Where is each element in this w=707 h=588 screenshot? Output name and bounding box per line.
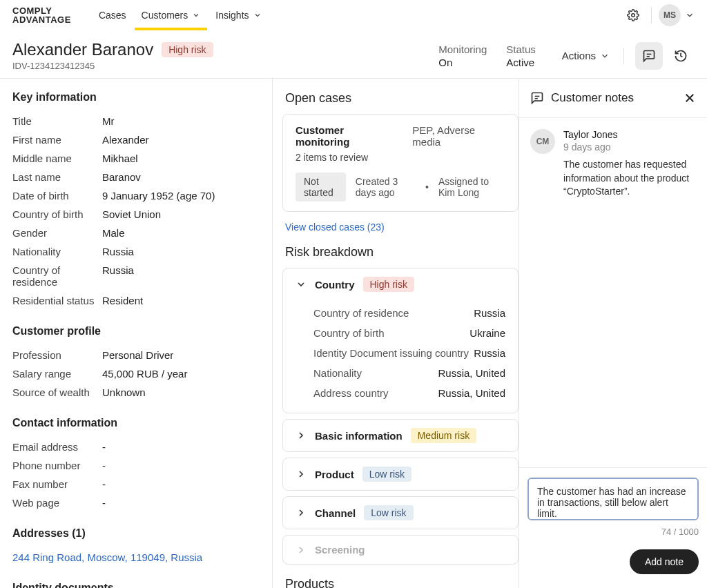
risk-section-basic: Basic information Medium risk [282, 419, 519, 452]
comment-icon [530, 91, 544, 105]
risk-screening-toggle[interactable]: Screening [283, 536, 518, 564]
brand-logo: COMPLY ADVANTAGE [12, 6, 71, 24]
acc-value: Russia [474, 347, 505, 359]
kv-value: 9 January 1952 (age 70) [102, 190, 215, 202]
risk-badge-low: Low risk [364, 505, 413, 520]
contact-title: Contact information [12, 417, 260, 429]
notes-panel: Customer notes CM Taylor Jones 9 days ag… [519, 79, 707, 588]
customer-id: IDV-1234123412345 [12, 61, 213, 71]
kv-value: Resident [102, 295, 143, 306]
add-note-button[interactable]: Add note [630, 549, 699, 574]
profile-title: Customer profile [12, 325, 260, 337]
acc-value: Russia, United [438, 387, 505, 399]
kv-label: Fax number [12, 478, 102, 490]
left-column: Key information TitleMr First nameAlexan… [0, 79, 273, 588]
kv-label: Title [12, 115, 102, 127]
risk-country-toggle[interactable]: Country High risk [283, 268, 518, 300]
risk-breakdown-title: Risk breakdown [282, 245, 519, 259]
case-assigned: Assigned to Kim Long [438, 176, 505, 198]
acc-value: Russia, United [438, 367, 505, 379]
kv-value: Alexander [102, 134, 149, 146]
addresses-title: Addresses (1) [12, 527, 260, 540]
comment-icon [642, 49, 656, 63]
acc-value: Ukraine [469, 327, 505, 339]
kv-label: Middle name [12, 153, 102, 164]
chevron-down-icon [296, 279, 307, 290]
chevron-down-icon [253, 11, 262, 19]
settings-button[interactable] [622, 4, 644, 26]
history-toggle[interactable] [667, 42, 695, 70]
gear-icon [627, 9, 639, 21]
acc-value: Russia [474, 307, 505, 319]
kv-label: Source of wealth [12, 386, 102, 398]
nav-cases[interactable]: Cases [99, 3, 126, 28]
kv-label: Residential status [12, 295, 102, 306]
svg-point-0 [632, 13, 635, 17]
kv-value: Baranov [102, 171, 141, 183]
middle-column: Open cases Customer monitoring PEP, Adve… [273, 79, 519, 588]
kv-value: - [102, 460, 106, 471]
kv-value: Male [102, 227, 125, 239]
customer-name: Alexander Baranov [12, 40, 153, 59]
kv-value: Mikhael [102, 153, 138, 164]
risk-section-screening: Screening [282, 535, 519, 565]
compose-counter: 74 / 1000 [527, 527, 699, 537]
monitoring-label: Monitoring [438, 43, 487, 55]
closed-cases-link[interactable]: View closed cases (23) [282, 222, 519, 245]
risk-section-channel: Channel Low risk [282, 496, 519, 529]
kv-label: Phone number [12, 460, 102, 471]
note-compose-input[interactable] [527, 478, 699, 520]
kv-label: Country of residence [12, 264, 102, 288]
risk-section-country: Country High risk Country of residenceRu… [282, 268, 519, 413]
idocs-title: Identity documents [12, 582, 260, 588]
case-title: Customer monitoring [296, 124, 400, 148]
chevron-right-icon [296, 545, 307, 556]
notes-panel-title: Customer notes [551, 91, 677, 105]
actions-menu[interactable]: Actions [555, 46, 617, 66]
address-link[interactable]: 244 Ring Road, Moscow, 119049, Russia [12, 551, 202, 563]
kv-label: Profession [12, 349, 102, 361]
kv-value: Soviet Union [102, 208, 161, 220]
kv-value: - [102, 497, 106, 509]
kv-value: - [102, 478, 106, 490]
note-time: 9 days ago [563, 141, 696, 153]
risk-badge-medium: Medium risk [411, 428, 476, 443]
note-item: CM Taylor Jones 9 days ago The customer … [519, 118, 707, 210]
risk-basic-toggle[interactable]: Basic information Medium risk [283, 420, 518, 451]
status-label: Status [506, 43, 536, 55]
acc-label: Country of birth [313, 327, 385, 339]
key-info-title: Key information [12, 91, 260, 104]
nav-customers[interactable]: Customers [142, 3, 201, 28]
kv-value: Mr [102, 115, 115, 127]
chevron-down-icon[interactable] [685, 10, 695, 20]
note-author: Taylor Jones [563, 129, 696, 140]
case-status-chip: Not started [296, 173, 346, 202]
kv-label: Web page [12, 497, 102, 509]
open-case-card[interactable]: Customer monitoring PEP, Adverse media 2… [282, 114, 519, 212]
risk-product-toggle[interactable]: Product Low risk [283, 458, 518, 490]
acc-label: Nationality [313, 367, 362, 379]
close-notes-button[interactable] [684, 92, 696, 104]
risk-channel-toggle[interactable]: Channel Low risk [283, 497, 518, 529]
nav-insights[interactable]: Insights [215, 3, 261, 28]
acc-label: Country of residence [313, 307, 409, 319]
kv-value: Russia [102, 246, 134, 257]
kv-label: First name [12, 134, 102, 146]
kv-value: Personal Driver [102, 349, 173, 361]
user-avatar[interactable]: MS [659, 4, 681, 26]
kv-label: Last name [12, 171, 102, 183]
kv-label: Country of birth [12, 208, 102, 220]
kv-value: 45,000 RUB / year [102, 368, 187, 380]
chevron-right-icon [296, 430, 307, 441]
risk-section-product: Product Low risk [282, 458, 519, 491]
chevron-right-icon [296, 507, 307, 518]
kv-label: Nationality [12, 246, 102, 257]
close-icon [684, 92, 696, 104]
chevron-down-icon [600, 51, 610, 61]
notes-toggle[interactable] [635, 42, 663, 70]
open-cases-title: Open cases [282, 91, 519, 106]
kv-label: Date of birth [12, 190, 102, 202]
chevron-right-icon [296, 469, 307, 480]
kv-value: Unknown [102, 386, 146, 398]
note-text: The customer has requested information a… [563, 158, 696, 199]
